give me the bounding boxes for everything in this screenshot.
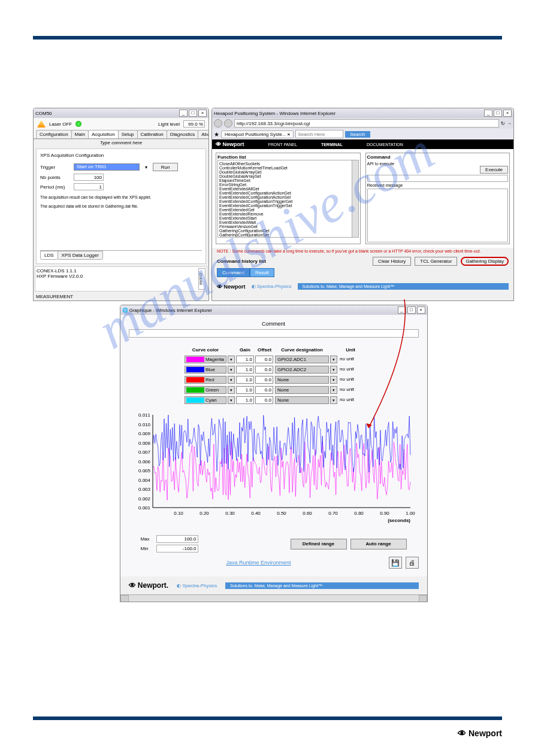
- function-item[interactable]: EventExtendedConfigurationTriggerSet: [219, 204, 357, 208]
- color-cell[interactable]: Cyan: [185, 396, 226, 404]
- command-tab[interactable]: Command: [217, 268, 250, 277]
- comment-placeholder[interactable]: Type comment here: [34, 139, 208, 146]
- url-bar[interactable]: http://192.168.33.3/cgi-bin/post.cgi: [234, 119, 499, 127]
- designation-select[interactable]: GPIO2.ADC1: [275, 356, 329, 363]
- tab-diagnostics[interactable]: Diagnostics: [167, 130, 198, 138]
- tab-lds[interactable]: LDS: [40, 251, 58, 260]
- designation-select[interactable]: None: [275, 386, 329, 394]
- dropdown-icon[interactable]: ▾: [330, 376, 337, 384]
- gain-input[interactable]: 1.0: [236, 356, 254, 363]
- tab-about[interactable]: About: [198, 130, 209, 138]
- function-item[interactable]: ControllerMotionKernelTimeLoadGet: [219, 166, 357, 170]
- designation-select[interactable]: None: [275, 376, 329, 384]
- tab-configuration[interactable]: Configuration: [36, 130, 72, 138]
- function-item[interactable]: EventExtendedGet: [219, 208, 357, 212]
- close-button[interactable]: ×: [503, 110, 512, 117]
- light-level-value[interactable]: [183, 120, 205, 127]
- nav-terminal[interactable]: TERMINAL: [321, 142, 343, 147]
- function-item[interactable]: EventExtendedRemove: [219, 212, 357, 216]
- gain-input[interactable]: 1.0: [236, 376, 254, 384]
- function-item[interactable]: EventExtendedAllGet: [219, 187, 357, 191]
- search-input[interactable]: [295, 130, 343, 138]
- offset-input[interactable]: 0.0: [255, 396, 273, 404]
- function-item[interactable]: EventExtendedConfigurationActionGet: [219, 191, 357, 195]
- received-message-box[interactable]: [367, 189, 509, 242]
- defined-range-button[interactable]: Defined range: [291, 539, 347, 549]
- function-item[interactable]: CloseAllOtherSockets: [219, 162, 357, 166]
- run-button[interactable]: Run: [153, 163, 178, 171]
- period-input[interactable]: [74, 183, 104, 190]
- save-icon[interactable]: 💾: [389, 557, 402, 569]
- designation-select[interactable]: GPIO2.ADC2: [275, 366, 329, 374]
- maximize-button[interactable]: □: [189, 110, 197, 117]
- function-list[interactable]: CloseAllOtherSocketsControllerMotionKern…: [217, 160, 359, 238]
- max-input[interactable]: [156, 535, 198, 543]
- java-link[interactable]: Java Runtime Environment: [129, 560, 389, 566]
- dropdown-icon[interactable]: ▾: [330, 396, 337, 404]
- gain-input[interactable]: 1.0: [236, 366, 254, 374]
- scrollbar[interactable]: [120, 594, 427, 602]
- function-item[interactable]: EventExtendedStart: [219, 216, 357, 220]
- dropdown-icon[interactable]: ▾: [228, 356, 235, 363]
- gain-input[interactable]: 1.0: [236, 386, 254, 394]
- dropdown-icon[interactable]: ▾: [143, 165, 149, 170]
- favorites-icon[interactable]: ★: [214, 131, 219, 138]
- function-item[interactable]: DoubleGlobalArrayGet: [219, 170, 357, 174]
- auto-range-button[interactable]: Auto range: [350, 539, 407, 549]
- color-cell[interactable]: Blue: [185, 366, 226, 374]
- search-button[interactable]: Search: [345, 131, 370, 138]
- minimize-button[interactable]: _: [484, 110, 492, 117]
- api-input[interactable]: [367, 175, 509, 182]
- offset-input[interactable]: 0.0: [255, 366, 273, 374]
- trigger-select[interactable]: Start on TRIG: [74, 163, 140, 171]
- nav-front-panel[interactable]: FRONT PANEL: [268, 142, 297, 147]
- go-icon[interactable]: →: [507, 121, 512, 126]
- designation-select[interactable]: None: [275, 396, 329, 404]
- function-item[interactable]: ElapsedTimeGet: [219, 178, 357, 183]
- nb-points-input[interactable]: [74, 174, 104, 181]
- color-cell[interactable]: Magenta: [185, 356, 226, 363]
- dropdown-icon[interactable]: ▾: [228, 396, 235, 404]
- function-item[interactable]: FirmwareVersionGet: [219, 224, 357, 229]
- function-item[interactable]: EventExtendedConfigurationTriggerGet: [219, 199, 357, 204]
- tab-acquisition[interactable]: Acquisition: [88, 130, 119, 138]
- dropdown-icon[interactable]: ▾: [330, 356, 337, 363]
- nav-documentation[interactable]: DOCUMENTATION: [367, 142, 403, 147]
- dropdown-icon[interactable]: ▾: [228, 376, 235, 384]
- min-input[interactable]: [156, 545, 198, 552]
- function-item[interactable]: GatheringConfigurationSet: [219, 233, 357, 237]
- tcl-generator-button[interactable]: TCL Generator: [415, 257, 457, 266]
- gathering-display-button[interactable]: Gathering Display: [461, 257, 509, 266]
- refresh-icon[interactable]: ↻: [501, 121, 505, 126]
- execute-button[interactable]: Execute: [480, 166, 508, 174]
- offset-input[interactable]: 0.0: [255, 356, 273, 363]
- dropdown-icon[interactable]: ▾: [330, 366, 337, 374]
- tab-setup[interactable]: Setup: [118, 130, 138, 138]
- function-item[interactable]: GatheringConfigurationGet: [219, 229, 357, 233]
- dropdown-icon[interactable]: ▾: [228, 366, 235, 374]
- dropdown-icon[interactable]: ▾: [330, 386, 337, 394]
- color-cell[interactable]: Green: [185, 386, 226, 394]
- function-item[interactable]: GatheringCurrentNumberGet: [219, 237, 357, 238]
- function-item[interactable]: EventExtendedWait: [219, 220, 357, 224]
- function-item[interactable]: DoubleGlobalArraySet: [219, 174, 357, 178]
- browser-tab[interactable]: Hexapod Positioning Syste... ×: [221, 130, 294, 138]
- forward-icon[interactable]: [224, 119, 232, 127]
- clear-history-button[interactable]: Clear History: [373, 257, 411, 266]
- back-icon[interactable]: [214, 119, 222, 127]
- print-icon[interactable]: 🖨: [406, 557, 419, 569]
- gain-input[interactable]: 1.0: [236, 396, 254, 404]
- tab-xps-data-logger[interactable]: XPS Data Logger: [58, 251, 103, 260]
- close-button[interactable]: ×: [198, 110, 207, 117]
- offset-input[interactable]: 0.0: [255, 376, 273, 384]
- tab-calibration[interactable]: Calibration: [137, 130, 167, 138]
- function-item[interactable]: EventExtendedConfigurationActionSet: [219, 195, 357, 199]
- dropdown-icon[interactable]: ▾: [228, 386, 235, 394]
- clear-button[interactable]: CLEAR: [198, 268, 205, 290]
- maximize-button[interactable]: □: [494, 110, 502, 117]
- function-item[interactable]: ErrorStringGet: [219, 183, 357, 187]
- tab-main[interactable]: Main: [71, 130, 89, 138]
- color-cell[interactable]: Red: [185, 376, 226, 384]
- offset-input[interactable]: 0.0: [255, 386, 273, 394]
- result-tab[interactable]: Result: [250, 268, 274, 277]
